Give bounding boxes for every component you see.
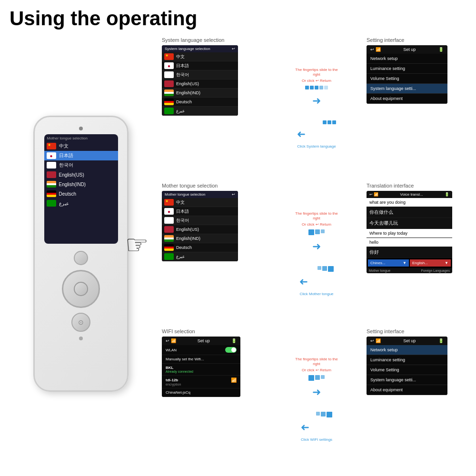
setting1-label: Setting interface <box>367 37 466 43</box>
screen-row-ar: عبرع <box>44 198 118 208</box>
wifi-header: ↩ 📶 Set up 🔋 <box>162 337 240 345</box>
device-dot <box>79 337 83 340</box>
blue-dots-right-1 <box>305 86 328 89</box>
screen-row-in: English(IND) <box>44 179 118 189</box>
setting1-screen: ↩ 📶 Set up 🔋 Network setup Luminance set… <box>367 45 447 104</box>
wifi-bkl-row: BKL Already connected <box>162 364 240 376</box>
flag-us-s2 <box>164 226 174 233</box>
flag-jp-s2 <box>164 208 174 215</box>
mother-tongue-screen: Mother tongue selection ↩ 中文 日本語 한국어 <box>162 191 238 261</box>
trans-row-3: 今天去哪儿玩 <box>367 218 452 229</box>
translation-panel: Translation interface ↩ 📶 Voice transl..… <box>367 183 466 325</box>
trans-footer: Chines... ▼ English... ▼ <box>367 258 452 268</box>
setting3-row-network[interactable]: Network setup <box>367 345 447 355</box>
lang-row-kr1: 한국어 <box>162 70 238 79</box>
device-camera <box>79 127 83 130</box>
trans-header: ↩ 📶 Voice transl... 🔋 <box>367 191 452 198</box>
flag-in-s2 <box>164 235 174 242</box>
device-screen: Mother tongue selection 中文 日本語 한국어 <box>44 134 118 244</box>
flag-cn-s1 <box>164 53 174 60</box>
flag-de-s2 <box>164 244 174 251</box>
screen-row-jp: 日本語 <box>44 151 118 160</box>
setting3-row-lum[interactable]: Luminance setting <box>367 355 447 365</box>
translation-screen: ↩ 📶 Voice transl... 🔋 what are you doing… <box>367 191 452 273</box>
translation-label: Translation interface <box>367 183 466 188</box>
lang-footer-labels: Mother tongue Foreign Languages <box>367 268 452 273</box>
blue-dots-right-3 <box>308 375 325 381</box>
screen-row-us: English(US) <box>44 170 118 179</box>
device-bottom-btn[interactable]: ⊙ <box>71 313 90 332</box>
arrow-right-1: ➜ <box>312 95 321 107</box>
panels-grid: System language selection System languag… <box>157 35 471 473</box>
screen-row-de: Deutsch <box>44 189 118 198</box>
flag-kr-s1 <box>164 71 174 78</box>
wifi-label: WIFI selection <box>162 328 267 334</box>
setting1-row-about[interactable]: About equipment <box>367 94 447 104</box>
lang-row-ar1: عبرع <box>162 107 238 116</box>
setting3-row-lang[interactable]: System language setti... <box>367 375 447 385</box>
wifi-toggle[interactable] <box>225 347 237 353</box>
screen-label: Mother tongue selection <box>44 134 118 141</box>
click-note-2: Click Mother tongue <box>299 292 333 296</box>
flag-kr <box>47 162 56 169</box>
flag-de <box>47 190 56 197</box>
blue-dots-right-2 <box>308 229 325 235</box>
wifi-panel: WIFI selection ↩ 📶 Set up 🔋 WLAN Manuall… <box>162 328 267 470</box>
section3-annotation: The fingertips slide to the right Or cli… <box>270 328 363 470</box>
device-controls: ⊙ <box>62 251 100 332</box>
wifi-wlan-row: WLAN <box>162 345 240 355</box>
setting3-screen: ↩ 📶 Set up 🔋 Network setup Luminance set… <box>367 337 447 395</box>
setting1-row-lang[interactable]: System language setti... <box>367 84 447 94</box>
device-dpad-center <box>74 282 88 296</box>
mt-row-ar: عبرع <box>162 252 238 261</box>
flag-jp <box>47 152 56 159</box>
mother-tongue-label: Mother tongue selection <box>162 183 267 188</box>
mother-tongue-header: Mother tongue selection ↩ <box>162 191 238 198</box>
lang-row-us1: English(US) <box>162 79 238 89</box>
mt-row-jp: 日本語 <box>162 207 238 216</box>
flag-us-s1 <box>164 80 174 87</box>
mother-tongue-panel: Mother tongue selection Mother tongue se… <box>162 183 267 325</box>
setting1-header: ↩ 📶 Set up 🔋 <box>367 45 447 54</box>
trans-row-6: 你好 <box>367 247 452 258</box>
click-note-3: Click WIFI settings <box>301 437 332 442</box>
trans-row-2: 你在做什么 <box>367 207 452 218</box>
annotation-right-3: The fingertips slide to the right Or cli… <box>295 357 338 401</box>
setting3-row-vol[interactable]: Volume Setting <box>367 365 447 375</box>
blue-dots-left-1 <box>297 120 336 124</box>
system-lang-header: System language selection ↩ <box>162 45 238 52</box>
finger-icon: ☞ <box>125 229 149 260</box>
device-dpad[interactable] <box>62 270 100 308</box>
mt-row-in: English(IND) <box>162 234 238 243</box>
setting3-label: Setting interface <box>367 328 466 334</box>
arrow-left-3: ➜ Click WIFI settings <box>301 410 332 442</box>
screen-row-kr: 한국어 <box>44 160 118 170</box>
mt-row-de: Deutsch <box>162 243 238 252</box>
flag-us <box>47 171 56 178</box>
setting1-row-vol[interactable]: Volume Setting <box>367 74 447 84</box>
setting1-row-network[interactable]: Network setup <box>367 54 447 64</box>
blue-dots-left-3 <box>301 412 332 417</box>
setting3-row-about[interactable]: About equipment <box>367 385 447 395</box>
setting3-panel: Setting interface ↩ 📶 Set up 🔋 Network s… <box>367 328 466 470</box>
arrow-left-1: ➜ Click System language <box>297 119 336 149</box>
arrow-right-2: ➜ <box>312 240 321 253</box>
wifi-chinanet-row: ChinaNet-jsCq <box>162 388 240 397</box>
trans-row-4: Where to play today <box>367 229 452 238</box>
device-section: Mother tongue selection 中文 日本語 한국어 <box>5 35 157 473</box>
mt-row-kr: 한국어 <box>162 216 238 225</box>
system-lang-label: System language selection <box>162 37 267 43</box>
flag-cn-s2 <box>164 199 174 206</box>
mt-row-us: English(US) <box>162 225 238 234</box>
setting1-row-lum[interactable]: Luminance setting <box>367 64 447 74</box>
english-lang-btn[interactable]: English... ▼ <box>410 259 451 267</box>
setting3-header: ↩ 📶 Set up 🔋 <box>367 337 447 345</box>
flag-kr-s2 <box>164 217 174 224</box>
mt-row-cn: 中文 <box>162 198 238 207</box>
chinese-lang-btn[interactable]: Chines... ▼ <box>368 259 409 267</box>
lang-row-de1: Deutsch <box>162 98 238 107</box>
device-power-btn[interactable] <box>74 251 88 265</box>
lang-row-in1: English(IND) <box>162 89 238 98</box>
annotation-right-1: The fingertips slide to the right Or cli… <box>295 68 338 110</box>
wifi-screen: ↩ 📶 Set up 🔋 WLAN Manually set the Wifi.… <box>162 337 240 397</box>
